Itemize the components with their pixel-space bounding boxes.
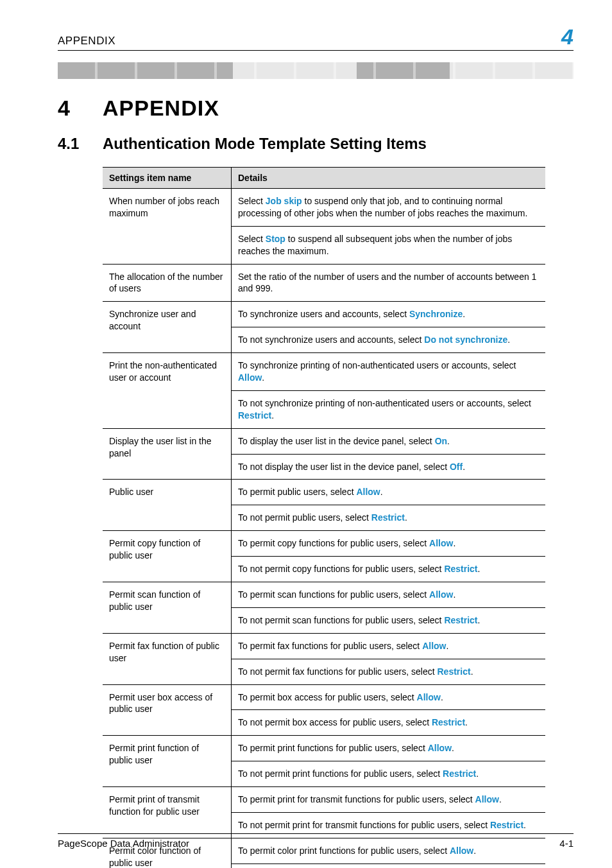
running-header: APPENDIX 4	[58, 26, 574, 51]
column-header-name: Settings item name	[103, 168, 232, 189]
setting-detail-cell: To permit box access for public users, s…	[232, 684, 546, 710]
section-number: 4.1	[58, 135, 103, 153]
table-row: The allocation of the number of usersSet…	[103, 264, 545, 302]
section-heading: 4.1 Authentication Mode Template Setting…	[58, 135, 574, 153]
chapter-title: APPENDIX	[103, 96, 219, 121]
chapter-badge: 4	[561, 26, 574, 48]
table-row: Permit print function of public userTo p…	[103, 736, 545, 761]
settings-table: Settings item name Details When number o…	[103, 167, 545, 868]
setting-detail-cell: To not permit color print functions for …	[232, 864, 546, 868]
keyword: Stop	[266, 234, 285, 244]
keyword: Do not synchronize	[424, 334, 507, 345]
setting-name-cell: Permit fax function of public user	[103, 633, 232, 684]
keyword: Allow	[429, 589, 453, 600]
setting-name-cell: When number of jobs reach maximum	[103, 189, 232, 265]
setting-name-cell: Display the user list in the panel	[103, 428, 232, 480]
setting-detail-cell: To not permit box access for public user…	[232, 710, 546, 736]
keyword: Allow	[475, 794, 499, 804]
setting-detail-cell: To not permit copy functions for public …	[232, 557, 546, 582]
setting-detail-cell: To permit print for transmit functions f…	[232, 787, 546, 813]
table-row: Print the non-authenticated user or acco…	[103, 353, 545, 391]
page-footer: PageScope Data Administrator 4-1	[58, 833, 574, 849]
setting-detail-cell: To display the user list in the device p…	[232, 428, 546, 454]
keyword: Restrict	[238, 410, 271, 421]
setting-name-cell: Permit print of transmit function for pu…	[103, 787, 232, 838]
setting-detail-cell: To permit public users, select Allow.	[232, 480, 546, 505]
footer-page-number: 4-1	[559, 838, 574, 849]
setting-name-cell: The allocation of the number of users	[103, 264, 232, 302]
keyword: Allow	[428, 743, 452, 753]
table-row: Public userTo permit public users, selec…	[103, 480, 545, 505]
keyword: Restrict	[443, 768, 476, 779]
keyword: Job skip	[266, 196, 302, 206]
keyword: Restrict	[432, 717, 465, 727]
setting-name-cell: Permit print function of public user	[103, 736, 232, 787]
keyword: Restrict	[444, 564, 477, 574]
table-row: Permit user box access of public userTo …	[103, 684, 545, 710]
table-row: When number of jobs reach maximumSelect …	[103, 189, 545, 227]
setting-name-cell: Permit copy function of public user	[103, 531, 232, 582]
setting-detail-cell: To permit print functions for public use…	[232, 736, 546, 761]
setting-detail-cell: To synchronize users and accounts, selec…	[232, 302, 546, 327]
setting-detail-cell: To not permit public users, select Restr…	[232, 505, 546, 531]
setting-name-cell: Print the non-authenticated user or acco…	[103, 353, 232, 429]
footer-product: PageScope Data Administrator	[58, 838, 189, 849]
table-row: Permit scan function of public userTo pe…	[103, 582, 545, 608]
keyword: Allow	[238, 372, 262, 383]
table-row: Permit print of transmit function for pu…	[103, 787, 545, 813]
keyword: Allow	[429, 538, 453, 548]
running-header-text: APPENDIX	[58, 35, 115, 48]
setting-name-cell: Public user	[103, 480, 232, 531]
setting-detail-cell: To synchronize printing of non-authentic…	[232, 353, 546, 391]
setting-detail-cell: Set the ratio of the number of users and…	[232, 264, 546, 302]
setting-detail-cell: To permit fax functions for public users…	[232, 633, 546, 659]
keyword: Allow	[417, 692, 441, 702]
table-row: Permit fax function of public userTo per…	[103, 633, 545, 659]
keyword: Off	[450, 462, 463, 472]
column-header-details: Details	[232, 168, 546, 189]
section-title: Authentication Mode Template Setting Ite…	[103, 135, 427, 153]
keyword: On	[435, 436, 447, 446]
setting-detail-cell: To not permit fax functions for public u…	[232, 659, 546, 684]
keyword: Allow	[422, 641, 446, 651]
setting-detail-cell: To not permit print functions for public…	[232, 761, 546, 787]
setting-name-cell: Synchronize user and account	[103, 302, 232, 353]
table-row: Permit copy function of public userTo pe…	[103, 531, 545, 557]
setting-detail-cell: To permit copy functions for public user…	[232, 531, 546, 557]
table-row: Synchronize user and accountTo synchroni…	[103, 302, 545, 327]
keyword: Restrict	[490, 820, 523, 830]
table-row: Display the user list in the panelTo dis…	[103, 428, 545, 454]
setting-detail-cell: To not display the user list in the devi…	[232, 454, 546, 480]
keyword: Allow	[356, 487, 380, 497]
chapter-number: 4	[58, 96, 103, 121]
keyword: Restrict	[444, 615, 477, 625]
setting-detail-cell: To not synchronize printing of non-authe…	[232, 390, 546, 428]
setting-detail-cell: To not synchronize users and accounts, s…	[232, 327, 546, 353]
setting-detail-cell: Select Job skip to suspend only that job…	[232, 189, 546, 227]
setting-name-cell: Permit scan function of public user	[103, 582, 232, 634]
decorative-band	[58, 62, 574, 79]
setting-name-cell: Permit user box access of public user	[103, 684, 232, 736]
keyword: Restrict	[371, 512, 405, 523]
keyword: Synchronize	[409, 309, 463, 319]
keyword: Restrict	[437, 666, 470, 677]
setting-detail-cell: Select Stop to suspend all subsequent jo…	[232, 226, 546, 264]
chapter-heading: 4 APPENDIX	[58, 96, 574, 121]
setting-detail-cell: To permit scan functions for public user…	[232, 582, 546, 608]
setting-detail-cell: To not permit scan functions for public …	[232, 607, 546, 633]
